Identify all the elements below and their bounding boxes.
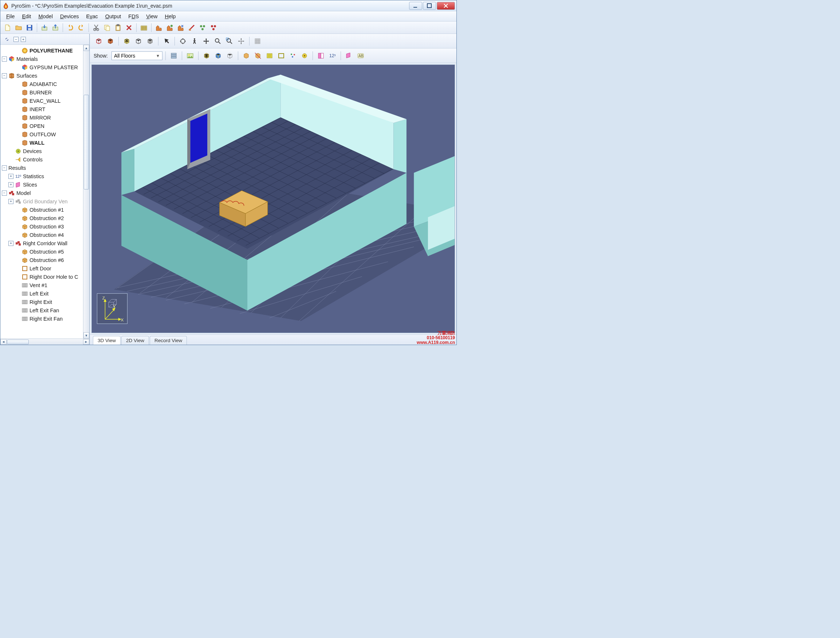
tree-item-obs2[interactable]: Obstruction #2 bbox=[2, 214, 83, 222]
tree-item-inert[interactable]: INERT bbox=[2, 105, 83, 113]
pan-button[interactable] bbox=[201, 36, 211, 46]
scroll-up-button[interactable]: ▲ bbox=[84, 45, 89, 51]
3d-viewport[interactable]: Z X Y bbox=[92, 65, 455, 333]
tree-item-outflow[interactable]: OUTFLOW bbox=[2, 130, 83, 139]
minimize-button[interactable] bbox=[409, 2, 422, 10]
grid-outline-button[interactable] bbox=[122, 36, 132, 46]
show-holes-button[interactable] bbox=[276, 51, 286, 61]
cut-button[interactable] bbox=[91, 22, 101, 33]
run-fds-button[interactable] bbox=[154, 22, 164, 33]
export-button[interactable] bbox=[50, 22, 60, 33]
menu-devices[interactable]: Devices bbox=[57, 13, 82, 20]
tree-item-model[interactable]: −Model bbox=[2, 189, 83, 197]
scroll-right-button[interactable]: ► bbox=[83, 339, 89, 345]
scroll-left-button[interactable]: ◄ bbox=[0, 339, 6, 345]
tree-item-left-exit-fan[interactable]: Left Exit Fan bbox=[2, 306, 83, 314]
tree-item-grid-boundary[interactable]: +Grid Boundary Ven bbox=[2, 197, 83, 205]
new-file-button[interactable] bbox=[3, 22, 13, 33]
show-obst2-button[interactable] bbox=[253, 51, 263, 61]
grid-solid-button[interactable] bbox=[133, 36, 144, 46]
smokeview-button[interactable] bbox=[186, 22, 197, 33]
tree-item-obs3[interactable]: Obstruction #3 bbox=[2, 222, 83, 231]
tree-item-vent1[interactable]: Vent #1 bbox=[2, 281, 83, 289]
undo-button[interactable] bbox=[65, 22, 76, 33]
menu-file[interactable]: File bbox=[3, 13, 17, 20]
tree-item-obs1[interactable]: Obstruction #1 bbox=[2, 205, 83, 214]
tree-item-obs5[interactable]: Obstruction #5 bbox=[2, 247, 83, 256]
grid-shaded-button[interactable] bbox=[145, 36, 155, 46]
slice-button[interactable] bbox=[316, 51, 326, 61]
center-button[interactable] bbox=[236, 36, 246, 46]
snap-button[interactable] bbox=[253, 36, 263, 46]
tree-item-burner[interactable]: BURNER bbox=[2, 88, 83, 96]
tree-item-surfaces[interactable]: −Surfaces bbox=[2, 71, 83, 80]
wireframe-button[interactable] bbox=[94, 36, 104, 46]
maximize-button[interactable] bbox=[423, 2, 436, 10]
floor-select[interactable]: All Floors▼ bbox=[112, 51, 163, 60]
tree-item-obs4[interactable]: Obstruction #4 bbox=[2, 231, 83, 239]
save-button[interactable] bbox=[24, 22, 35, 33]
zoom-button[interactable] bbox=[213, 36, 223, 46]
import-button[interactable] bbox=[39, 22, 49, 33]
tree-item-left-door[interactable]: Left Door bbox=[2, 264, 83, 273]
tree-item-mirror[interactable]: MIRROR bbox=[2, 113, 83, 122]
tree-item-left-exit[interactable]: Left Exit bbox=[2, 289, 83, 298]
tree-item-statistics[interactable]: +12³Statistics bbox=[2, 172, 83, 180]
tree-item-materials[interactable]: −Materials bbox=[2, 55, 83, 63]
tree-item-evac-wall[interactable]: EVAC_WALL bbox=[2, 96, 83, 105]
tab-2d-view[interactable]: 2D View bbox=[121, 336, 149, 345]
tree-item-polyurethane[interactable]: POLYURETHANE bbox=[2, 46, 83, 55]
bg-image-button[interactable] bbox=[185, 51, 195, 61]
select-tool-button[interactable] bbox=[161, 36, 172, 46]
tab-3d-view[interactable]: 3D View bbox=[93, 336, 121, 345]
tree-item-adiabatic[interactable]: ADIABATIC bbox=[2, 80, 83, 88]
menu-edit[interactable]: Edit bbox=[19, 13, 34, 20]
stats-button[interactable]: 12³ bbox=[327, 51, 338, 61]
open-file-button[interactable] bbox=[13, 22, 24, 33]
show-vents-button[interactable] bbox=[264, 51, 275, 61]
scroll-down-button[interactable]: ▼ bbox=[84, 332, 89, 338]
pink-slice-button[interactable] bbox=[344, 51, 354, 61]
paste-button[interactable] bbox=[113, 22, 123, 33]
navigation-tree[interactable]: POLYURETHANE −Materials GYPSUM PLASTER −… bbox=[0, 45, 83, 338]
tree-item-slices[interactable]: +Slices bbox=[2, 180, 83, 189]
tree-item-right-exit[interactable]: Right Exit bbox=[2, 298, 83, 306]
run-evac-button[interactable] bbox=[165, 22, 175, 33]
results-button[interactable] bbox=[175, 22, 186, 33]
tree-vertical-scrollbar[interactable]: ▲ ▼ bbox=[83, 45, 89, 338]
show-devices-button[interactable] bbox=[299, 51, 309, 61]
menu-evac[interactable]: Evac bbox=[83, 13, 101, 20]
walk-button[interactable] bbox=[189, 36, 200, 46]
expand-all-button[interactable]: + bbox=[21, 37, 26, 42]
menu-model[interactable]: Model bbox=[35, 13, 56, 20]
tree-horizontal-scrollbar[interactable]: ◄ ► bbox=[0, 338, 89, 345]
solid-button[interactable] bbox=[105, 36, 115, 46]
menu-view[interactable]: View bbox=[143, 13, 160, 20]
tree-link-button[interactable] bbox=[3, 35, 11, 44]
orbit-button[interactable] bbox=[178, 36, 188, 46]
label-style-button[interactable]: AB bbox=[355, 51, 366, 61]
hscroll-thumb[interactable] bbox=[7, 340, 29, 344]
show-particles-button[interactable] bbox=[288, 51, 298, 61]
menu-help[interactable]: Help bbox=[162, 13, 178, 20]
cluster-red-button[interactable] bbox=[208, 22, 219, 33]
menu-fds[interactable]: FDS bbox=[125, 13, 142, 20]
tree-item-wall[interactable]: WALL bbox=[2, 139, 83, 147]
redo-button[interactable] bbox=[76, 22, 86, 33]
tree-item-gypsum[interactable]: GYPSUM PLASTER bbox=[2, 63, 83, 71]
show-mesh-button[interactable] bbox=[201, 51, 212, 61]
close-button[interactable] bbox=[437, 2, 455, 10]
collapse-all-button[interactable]: − bbox=[13, 37, 19, 42]
scroll-thumb[interactable] bbox=[84, 95, 89, 190]
cluster-green-button[interactable] bbox=[197, 22, 208, 33]
tree-item-obs6[interactable]: Obstruction #6 bbox=[2, 256, 83, 264]
tree-item-right-corridor[interactable]: +Right Corridor Wall bbox=[2, 239, 83, 247]
show-obst1-button[interactable] bbox=[241, 51, 251, 61]
tree-item-devices[interactable]: Devices bbox=[2, 147, 83, 155]
tree-item-right-exit-fan[interactable]: Right Exit Fan bbox=[2, 314, 83, 323]
copy-button[interactable] bbox=[102, 22, 112, 33]
tree-item-right-door-hole[interactable]: Right Door Hole to C bbox=[2, 273, 83, 281]
floor-config-button[interactable] bbox=[169, 51, 179, 61]
tree-item-open[interactable]: OPEN bbox=[2, 122, 83, 130]
show-grid-button[interactable] bbox=[225, 51, 235, 61]
